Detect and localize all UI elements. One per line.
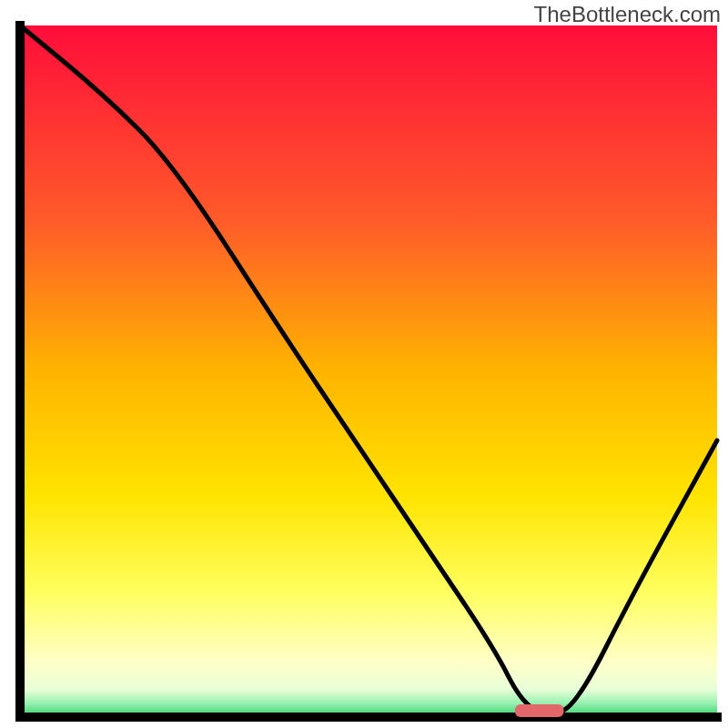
attribution-label: TheBottleneck.com [534,2,721,27]
bottleneck-chart [0,0,728,728]
gradient-background [20,25,717,717]
chart-container: TheBottleneck.com [0,0,728,728]
optimal-marker [515,704,564,717]
